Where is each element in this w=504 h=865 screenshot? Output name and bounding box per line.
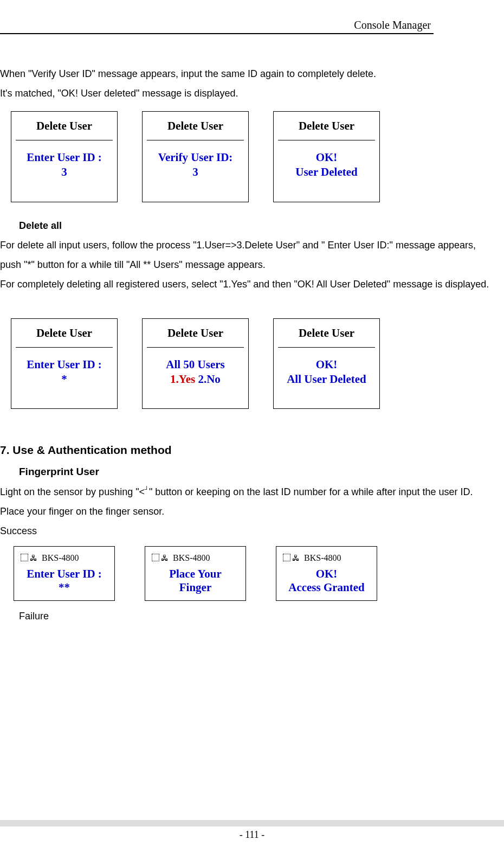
failure-label: Failure [19,606,493,626]
paragraph-5: Light on the sensor by pushing "<┘" butt… [0,482,493,502]
screen-title: Delete User [11,112,117,140]
screen-body: All 50 Users 1.Yes 2.No [143,348,248,409]
screen-deleteall-ok: Delete User OK! All User Deleted [273,318,380,409]
page-number: - 111 - [0,829,504,841]
screens-row-2: Delete User Enter User ID : * Delete Use… [11,318,493,409]
paragraph-7: Success [0,521,493,541]
paragraph-3: For delete all input users, follow the p… [0,235,493,274]
small-screen-body: Place Your Finger [145,567,245,594]
screen-body: Verify User ID: 3 [143,140,248,202]
screen-title: Delete User [143,319,248,347]
delete-all-heading: Delete all [19,216,493,235]
screen-delete-enter: Delete User Enter User ID : 3 [11,111,118,202]
screen-deleteall-confirm: Delete User All 50 Users 1.Yes 2.No [142,318,249,409]
network-icon: 🖧 [292,551,300,566]
screen-title: Delete User [11,319,117,347]
small-screens-row: 🖧 BKS-4800 Enter User ID : ** 🖧 BKS-4800… [14,546,493,600]
paragraph-4: For completely deleting all registered u… [0,274,493,294]
status-icon [283,554,290,561]
screen-title: Delete User [274,319,379,347]
paragraph-2: It's matched, "OK! User deleted" message… [0,84,493,103]
screen-delete-verify: Delete User Verify User ID: 3 [142,111,249,202]
small-screen-enter: 🖧 BKS-4800 Enter User ID : ** [14,546,115,600]
status-icon [21,554,28,561]
screen-body: Enter User ID : 3 [11,140,117,202]
screen-body: OK! User Deleted [274,140,379,202]
fingerprint-heading: Fingerprint User [19,462,493,482]
header-divider [0,33,434,34]
screens-row-1: Delete User Enter User ID : 3 Delete Use… [11,111,493,202]
device-label: 🖧 BKS-4800 [145,549,245,567]
page-footer: - 111 - [0,820,504,841]
small-screen-body: Enter User ID : ** [14,567,114,594]
status-icon [152,554,159,561]
network-icon: 🖧 [30,551,37,566]
header-title: Console Manager [0,11,493,31]
screen-deleteall-enter: Delete User Enter User ID : * [11,318,118,409]
section-7-heading: 7. Use & Authentication method [0,439,493,462]
paragraph-1: When "Verify User ID" message appears, i… [0,64,493,84]
device-label: 🖧 BKS-4800 [276,549,377,567]
small-screen-place: 🖧 BKS-4800 Place Your Finger [145,546,246,600]
screen-body: Enter User ID : * [11,348,117,409]
device-label: 🖧 BKS-4800 [14,549,114,567]
screen-title: Delete User [274,112,379,140]
small-screen-body: OK! Access Granted [276,567,377,594]
screen-title: Delete User [143,112,248,140]
footer-divider [0,820,504,826]
network-icon: 🖧 [161,551,169,566]
small-screen-granted: 🖧 BKS-4800 OK! Access Granted [276,546,377,600]
screen-body: OK! All User Deleted [274,348,379,409]
screen-delete-ok: Delete User OK! User Deleted [273,111,380,202]
paragraph-6: Place your finger on the finger sensor. [0,502,493,521]
